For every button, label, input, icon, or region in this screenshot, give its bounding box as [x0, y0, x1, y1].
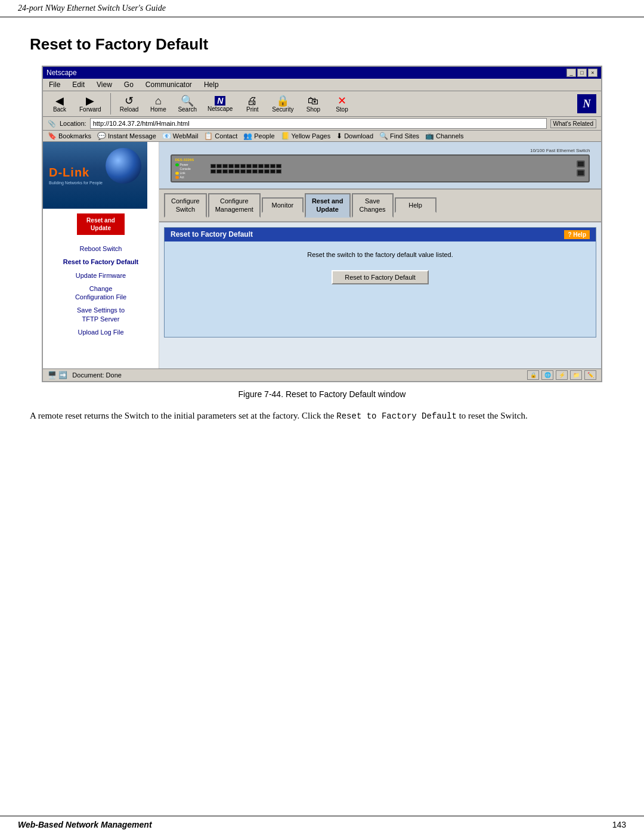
tab-monitor[interactable]: Monitor: [262, 197, 304, 213]
back-button[interactable]: ◀ Back: [48, 94, 72, 114]
power-led: [175, 163, 179, 166]
status-text: Document: Done: [72, 371, 122, 379]
download-label: Download: [344, 132, 373, 140]
bookmarks-label: Bookmarks: [58, 132, 91, 140]
security-button[interactable]: 🔒 Security: [269, 94, 296, 114]
act-label: Act: [180, 175, 184, 179]
act-indicator: Act: [175, 175, 208, 179]
port-12: [276, 164, 281, 168]
netscape-logo: N: [577, 94, 596, 113]
forward-button[interactable]: ▶ Forward: [76, 94, 104, 114]
print-label: Print: [246, 106, 259, 113]
instant-message-label: Instant Message: [108, 132, 156, 140]
help-button-small[interactable]: ? Help: [564, 230, 590, 239]
content-card-body: Reset the switch to the factory default …: [165, 241, 596, 337]
uplink-2: [577, 169, 585, 176]
reset-update-btn[interactable]: Reset andUpdate: [77, 213, 125, 235]
forward-label: Forward: [79, 106, 101, 113]
sidebar-upload-log[interactable]: Upload Log File: [43, 326, 159, 339]
stop-label: Stop: [336, 106, 348, 113]
tab-configure-switch-line2: Switch: [176, 205, 195, 213]
stop-button[interactable]: ✕ Stop: [330, 94, 354, 114]
webmail-label: WebMail: [173, 132, 199, 140]
menu-help[interactable]: Help: [203, 80, 220, 89]
home-button[interactable]: ⌂ Home: [146, 94, 170, 114]
switch-model-label: 10/100 Fast Ethernet Switch: [171, 148, 590, 153]
tab-reset-update[interactable]: Reset and Update: [305, 193, 351, 218]
tab-save-line2: Changes: [359, 205, 385, 213]
close-btn[interactable]: ×: [588, 69, 597, 77]
tab-configure-switch[interactable]: Configure Switch: [164, 193, 207, 218]
shop-button[interactable]: 🛍 Shop: [301, 94, 325, 114]
home-label: Home: [150, 106, 166, 113]
port-21: [258, 169, 264, 174]
sidebar-save-settings[interactable]: Save Settings toTFTP Server: [43, 304, 159, 326]
menu-edit[interactable]: Edit: [71, 80, 86, 89]
main-content: Reset to Factory Default Netscape _ □ × …: [0, 17, 644, 453]
sidebar-reboot-switch[interactable]: Reboot Switch: [43, 242, 159, 255]
sidebar-change-config[interactable]: ChangeConfiguration File: [43, 282, 159, 304]
port-11: [270, 164, 275, 168]
tab-save-changes[interactable]: Save Changes: [352, 193, 394, 218]
sidebar-update-firmware[interactable]: Update Firmware: [43, 269, 159, 282]
bookmark-icon: 🔖: [48, 132, 57, 140]
browser-titlebar: Netscape _ □ ×: [43, 67, 601, 79]
port-16: [228, 169, 234, 174]
dlink-d: D-: [49, 166, 63, 179]
tab-configure-management[interactable]: Configure Management: [208, 193, 261, 218]
maximize-btn[interactable]: □: [577, 69, 587, 77]
instant-message-item[interactable]: 💬 Instant Message: [97, 132, 156, 140]
switch-model-text: DES-3226S: [175, 158, 208, 162]
tab-configure-mgmt-line1: Configure: [220, 197, 249, 205]
menu-view[interactable]: View: [95, 80, 113, 89]
port-4: [228, 164, 234, 168]
menu-go[interactable]: Go: [123, 80, 135, 89]
search-button[interactable]: 🔍 Search: [175, 94, 200, 114]
cons-label: Console: [180, 167, 191, 171]
port-7: [246, 164, 252, 168]
minimize-btn[interactable]: _: [566, 69, 576, 77]
people-item[interactable]: 👥 People: [243, 132, 274, 140]
main-panel: 10/100 Fast Ethernet Switch DES-3226S Po…: [159, 142, 601, 368]
contact-item[interactable]: 📋 Contact: [204, 132, 237, 140]
port-19: [246, 169, 252, 174]
port-8: [252, 164, 258, 168]
port-24: [276, 169, 281, 174]
switch-indicators: Power Console Link: [175, 163, 208, 179]
yellow-pages-item[interactable]: 📒 Yellow Pages: [281, 132, 331, 140]
ports-row-2: [210, 169, 572, 174]
netscape-button[interactable]: N Netscape: [205, 94, 236, 114]
body-mono: Reset to Factory Default: [336, 411, 457, 421]
dlink-tagline: Building Networks for People: [49, 181, 103, 185]
tab-reset-line1: Reset and: [312, 197, 343, 205]
find-sites-item[interactable]: 🔍 Find Sites: [379, 132, 419, 140]
location-input[interactable]: [90, 118, 547, 129]
menu-file[interactable]: File: [48, 80, 61, 89]
left-sidebar: D-Link Building Networks for People Rese…: [43, 142, 159, 368]
reload-button[interactable]: ↺ Reload: [117, 94, 142, 114]
footer-right: 143: [612, 820, 626, 829]
download-item[interactable]: ⬇ Download: [336, 132, 373, 140]
tab-configure-mgmt-line2: Management: [215, 205, 253, 213]
status-icon-2: 🌐: [541, 370, 553, 380]
contact-label: Contact: [215, 132, 237, 140]
power-label: Power: [180, 163, 188, 166]
tab-monitor-label: Monitor: [272, 201, 294, 209]
status-icon-3: ⚡: [556, 370, 568, 380]
whats-related-button[interactable]: What's Related: [550, 119, 597, 128]
menu-communicator[interactable]: Communicator: [144, 80, 193, 89]
content-card-header: Reset to Factory Default ? Help: [165, 228, 596, 241]
reset-update-sidebar: Reset andUpdate: [43, 213, 159, 235]
reload-label: Reload: [120, 106, 139, 113]
bookmarks-item[interactable]: 🔖 Bookmarks: [48, 132, 91, 140]
channels-item[interactable]: 📺 Channels: [425, 132, 463, 140]
print-button[interactable]: 🖨 Print: [240, 94, 264, 114]
link-led: [175, 172, 179, 175]
help-question-icon: ?: [568, 231, 571, 238]
switch-device-container: 10/100 Fast Ethernet Switch DES-3226S Po…: [171, 148, 590, 182]
reset-factory-default-button[interactable]: Reset to Factory Default: [332, 270, 429, 284]
find-sites-icon: 🔍: [379, 132, 388, 140]
sidebar-reset-factory[interactable]: Reset to Factory Default: [43, 255, 159, 268]
webmail-item[interactable]: 📧 WebMail: [162, 132, 199, 140]
tab-help[interactable]: Help: [395, 197, 436, 213]
